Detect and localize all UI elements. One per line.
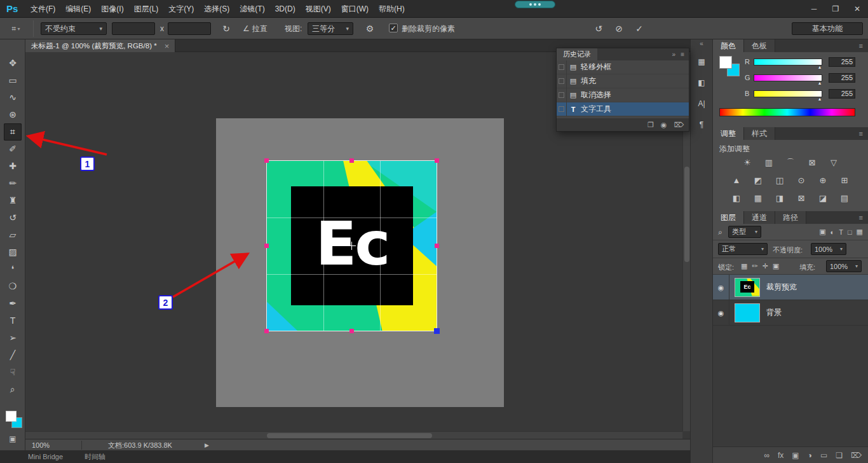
visibility-eye-icon[interactable]: ◉ <box>713 300 729 326</box>
hue-saturation-icon[interactable]: ▲ <box>729 174 744 187</box>
lock-pixels-icon[interactable]: ✏ <box>752 262 757 270</box>
layer-row-background[interactable]: ◉ 背景 <box>713 300 868 326</box>
crop-width-input[interactable] <box>112 22 155 35</box>
clone-stamp-tool[interactable]: ♜ <box>4 192 22 209</box>
panel-menu-icon[interactable]: ≡ <box>859 127 868 140</box>
foreground-color-swatch[interactable] <box>719 56 732 69</box>
blue-value-input[interactable]: 255 <box>829 89 855 99</box>
rectangular-marquee-tool[interactable]: ▭ <box>4 72 22 89</box>
expand-panels-icon[interactable]: « <box>691 39 712 48</box>
photo-filter-icon[interactable]: ⊙ <box>794 174 809 187</box>
crop-handle-bottom-center[interactable] <box>349 329 354 333</box>
paragraph-panel-icon[interactable]: ¶ <box>693 117 710 132</box>
reset-crop-icon[interactable]: ↺ <box>591 21 606 36</box>
tab-timeline[interactable]: 时间轴 <box>85 450 105 463</box>
slider-handle-icon[interactable]: ▴ <box>818 64 821 70</box>
menu-type[interactable]: 文字(Y) <box>163 0 199 18</box>
lock-all-icon[interactable]: ▣ <box>773 262 779 270</box>
line-tool[interactable]: ╱ <box>4 347 22 364</box>
gradient-tool[interactable]: ▨ <box>4 244 22 261</box>
new-layer-icon[interactable]: ❏ <box>836 451 843 460</box>
delete-state-icon[interactable]: ⌦ <box>674 121 684 129</box>
filter-kind-select[interactable]: 类型 ▾ <box>728 226 761 238</box>
crop-handle-top-left[interactable] <box>264 158 269 163</box>
panel-menu-icon[interactable]: ≡ <box>681 48 684 60</box>
posterize-icon[interactable]: ▦ <box>750 192 766 205</box>
blue-slider[interactable] <box>754 90 822 97</box>
lock-transparency-icon[interactable]: ▦ <box>741 262 747 270</box>
tab-channels[interactable]: 通道 <box>744 211 775 224</box>
red-slider[interactable] <box>754 59 822 66</box>
tab-layers[interactable]: 图层 <box>713 211 744 224</box>
selective-color-icon[interactable]: ◪ <box>815 192 831 205</box>
color-spectrum-ramp[interactable] <box>719 108 855 116</box>
panel-menu-icon[interactable]: ≡ <box>859 39 868 52</box>
straighten-button[interactable]: ∠ 拉直 <box>243 21 268 36</box>
menu-layer[interactable]: 图层(L) <box>129 0 164 18</box>
crop-handle-top-center[interactable] <box>349 158 354 163</box>
path-selection-tool[interactable]: ➢ <box>4 329 22 347</box>
slider-handle-icon[interactable]: ▴ <box>818 80 821 86</box>
crop-handle-bottom-right[interactable] <box>434 328 440 334</box>
filter-adjustment-layers-icon[interactable]: ◐ <box>831 228 835 236</box>
new-document-from-state-icon[interactable]: ❐ <box>648 121 654 129</box>
delete-layer-icon[interactable]: ⌦ <box>851 451 862 460</box>
tab-paths[interactable]: 路径 <box>775 211 806 224</box>
crop-tool[interactable]: ⌗ <box>4 123 22 141</box>
character-panel-icon[interactable]: A| <box>693 96 710 111</box>
layer-name[interactable]: 背景 <box>766 307 782 318</box>
cancel-crop-icon[interactable]: ⊘ <box>611 21 627 36</box>
foreground-color-swatch[interactable] <box>6 411 17 422</box>
slider-handle-icon[interactable]: ▴ <box>818 96 821 102</box>
new-group-icon[interactable]: ▭ <box>820 451 827 460</box>
menu-file[interactable]: 文件(F) <box>25 0 60 18</box>
menu-view[interactable]: 视图(V) <box>301 0 336 18</box>
commit-crop-icon[interactable]: ✓ <box>632 21 647 36</box>
new-snapshot-icon[interactable]: ◉ <box>661 121 667 129</box>
fill-select[interactable]: 100% ▾ <box>826 260 862 272</box>
move-tool[interactable]: ✥ <box>4 55 22 72</box>
crop-preview-box[interactable]: Ec <box>267 161 437 331</box>
menu-3d[interactable]: 3D(D) <box>270 0 301 18</box>
type-tool[interactable]: T <box>4 312 22 329</box>
workspace-switcher[interactable]: 基本功能 <box>792 22 863 35</box>
eraser-tool[interactable]: ▱ <box>4 226 22 244</box>
color-balance-icon[interactable]: ◩ <box>750 174 766 187</box>
tab-swatches[interactable]: 色板 <box>744 39 775 52</box>
green-slider[interactable] <box>754 74 822 81</box>
set-source-checkbox[interactable] <box>557 102 567 116</box>
horizontal-scrollbar[interactable] <box>25 431 682 439</box>
document-tab[interactable]: 未标题-1 @ 100% (裁剪预览, RGB/8) * × <box>25 39 175 52</box>
layer-thumbnail[interactable]: Ec <box>735 278 760 297</box>
history-brush-tool[interactable]: ↺ <box>4 209 22 226</box>
eyedropper-tool[interactable]: ✐ <box>4 141 22 158</box>
filter-smart-objects-icon[interactable]: ▦ <box>857 228 863 236</box>
menu-edit[interactable]: 编辑(E) <box>60 0 96 18</box>
blur-tool[interactable]: ❛ <box>4 261 22 278</box>
crop-handle-middle-left[interactable] <box>264 244 269 248</box>
layer-thumbnail[interactable] <box>735 303 760 322</box>
levels-icon[interactable]: ▥ <box>761 156 776 169</box>
crop-options-gear-icon[interactable]: ⚙ <box>362 21 377 36</box>
add-layer-mask-icon[interactable]: ▣ <box>792 451 799 460</box>
layer-row-crop-preview[interactable]: ◉ Ec 裁剪预览 <box>713 275 868 300</box>
lock-position-icon[interactable]: ✛ <box>763 262 768 270</box>
healing-brush-tool[interactable]: ✚ <box>4 158 22 175</box>
color-lookup-icon[interactable]: ⊞ <box>837 174 852 187</box>
menu-help[interactable]: 帮助(H) <box>374 0 410 18</box>
quick-mask-button[interactable]: ▣ <box>7 434 18 444</box>
tab-styles[interactable]: 样式 <box>744 127 775 140</box>
threshold-icon[interactable]: ◨ <box>772 192 787 205</box>
restore-button[interactable]: ❐ <box>825 0 846 18</box>
crop-handle-bottom-left[interactable] <box>264 329 269 333</box>
gradient-map-icon[interactable]: ⊠ <box>794 192 809 205</box>
zoom-tool[interactable]: ⌕ <box>4 381 22 398</box>
invert-icon[interactable]: ◧ <box>729 192 744 205</box>
scrollbar-thumb[interactable] <box>267 433 432 438</box>
crop-height-input[interactable] <box>168 22 211 35</box>
curves-icon[interactable]: ⌒ <box>783 156 798 169</box>
layer-style-icon[interactable]: fx <box>778 451 783 460</box>
history-state-row-selected[interactable]: T 文字工具 <box>557 102 689 116</box>
tab-close-icon[interactable]: × <box>165 41 170 51</box>
set-source-checkbox[interactable] <box>557 74 567 88</box>
